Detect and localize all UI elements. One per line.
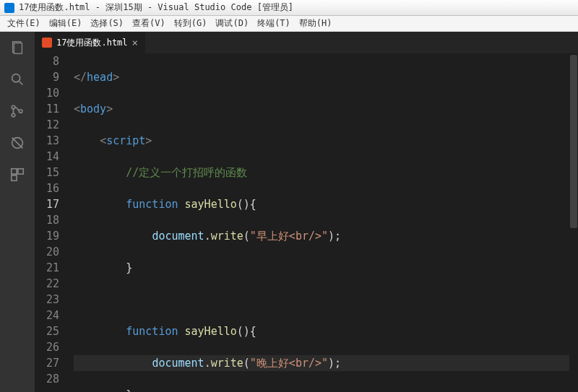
code-line bbox=[74, 292, 578, 308]
line-number: 10 bbox=[35, 85, 59, 101]
tab-bar: 17使用函数.html × bbox=[35, 32, 578, 53]
line-number: 21 bbox=[35, 260, 59, 276]
code-line: <script> bbox=[74, 133, 578, 149]
code-content[interactable]: </head> <body> <script> //定义一个打招呼的函数 fun… bbox=[69, 53, 578, 392]
menu-terminal[interactable]: 终端(T) bbox=[253, 17, 295, 30]
code-line-current: document.write("晚上好<br/>"); bbox=[74, 355, 578, 371]
svg-point-6 bbox=[19, 110, 22, 113]
line-number: 12 bbox=[35, 117, 59, 133]
line-number: 15 bbox=[35, 165, 59, 180]
scrollbar-thumb[interactable] bbox=[570, 55, 577, 228]
code-line: function sayHello(){ bbox=[74, 323, 578, 339]
line-number: 24 bbox=[35, 308, 59, 323]
tab-label: 17使用函数.html bbox=[56, 37, 128, 49]
code-line: function sayHello(){ bbox=[74, 196, 578, 212]
line-number: 22 bbox=[35, 276, 59, 292]
svg-rect-11 bbox=[12, 175, 17, 180]
html-file-icon bbox=[42, 38, 52, 48]
code-line: //定义一个打招呼的函数 bbox=[74, 165, 578, 180]
svg-point-4 bbox=[12, 105, 15, 109]
line-number: 8 bbox=[35, 53, 59, 69]
line-number: 9 bbox=[35, 69, 59, 85]
debug-icon[interactable] bbox=[9, 134, 26, 152]
menu-debug[interactable]: 调试(D) bbox=[211, 17, 253, 30]
line-number: 13 bbox=[35, 133, 59, 149]
line-number: 23 bbox=[35, 292, 59, 308]
line-number: 16 bbox=[35, 180, 59, 196]
svg-rect-1 bbox=[14, 43, 22, 54]
source-control-icon[interactable] bbox=[9, 103, 26, 120]
explorer-icon[interactable] bbox=[9, 39, 26, 56]
activity-bar bbox=[0, 32, 35, 392]
code-editor[interactable]: 8 9 10 11 12 13 14 15 16 17 18 19 20 21 … bbox=[35, 53, 578, 392]
line-number-gutter: 8 9 10 11 12 13 14 15 16 17 18 19 20 21 … bbox=[35, 53, 69, 392]
search-icon[interactable] bbox=[9, 71, 26, 88]
line-number: 26 bbox=[35, 339, 59, 355]
line-number: 18 bbox=[35, 212, 59, 228]
code-line: document.write("早上好<br/>"); bbox=[74, 228, 578, 244]
menu-selection[interactable]: 选择(S) bbox=[86, 17, 128, 30]
code-line: <body> bbox=[74, 101, 578, 117]
svg-rect-9 bbox=[12, 169, 17, 174]
window-titlebar: 17使用函数.html - 深圳15期 - Visual Studio Code… bbox=[0, 0, 578, 16]
code-line: </head> bbox=[74, 69, 578, 85]
line-number: 25 bbox=[35, 323, 59, 339]
menu-help[interactable]: 帮助(H) bbox=[295, 17, 337, 30]
svg-point-5 bbox=[12, 113, 15, 117]
line-number: 17 bbox=[35, 196, 59, 212]
code-line: } bbox=[74, 387, 578, 392]
line-number: 20 bbox=[35, 244, 59, 260]
vertical-scrollbar[interactable] bbox=[569, 53, 578, 392]
menu-view[interactable]: 查看(V) bbox=[128, 17, 170, 30]
svg-line-3 bbox=[20, 82, 23, 85]
editor-area: 17使用函数.html × 函数名相同时 后面的会将前面的覆盖掉 8 9 10 … bbox=[35, 32, 578, 392]
app-icon bbox=[4, 3, 14, 13]
menubar: 文件(E) 编辑(E) 选择(S) 查看(V) 转到(G) 调试(D) 终端(T… bbox=[0, 16, 578, 32]
line-number: 14 bbox=[35, 149, 59, 165]
code-line: } bbox=[74, 260, 578, 276]
extensions-icon[interactable] bbox=[9, 166, 26, 183]
menu-go[interactable]: 转到(G) bbox=[170, 17, 212, 30]
close-icon[interactable]: × bbox=[132, 38, 138, 48]
line-number: 28 bbox=[35, 371, 59, 387]
line-number: 27 bbox=[35, 355, 59, 371]
svg-point-2 bbox=[12, 74, 20, 82]
window-title: 17使用函数.html - 深圳15期 - Visual Studio Code… bbox=[19, 1, 293, 14]
line-number: 19 bbox=[35, 228, 59, 244]
menu-file[interactable]: 文件(E) bbox=[3, 17, 45, 30]
menu-edit[interactable]: 编辑(E) bbox=[45, 17, 87, 30]
svg-rect-10 bbox=[18, 169, 23, 174]
tab-htmlfile[interactable]: 17使用函数.html × bbox=[35, 32, 146, 53]
line-number: 11 bbox=[35, 101, 59, 117]
